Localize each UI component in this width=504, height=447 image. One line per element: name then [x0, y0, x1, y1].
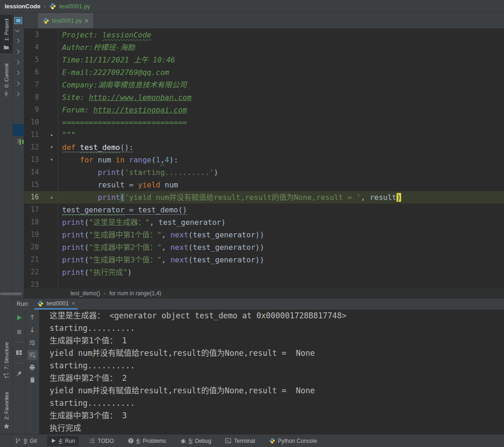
up-stack-trace-icon[interactable]: ↑: [27, 312, 38, 323]
line-number[interactable]: 7: [24, 79, 45, 91]
statusbar-item-debug[interactable]: 5: Debug: [176, 436, 215, 446]
sidebar-item-project[interactable]: 1: Project: [0, 15, 13, 53]
tree-toggle-icon[interactable]: [15, 39, 20, 43]
tree-toggle-icon[interactable]: [15, 81, 20, 86]
todo-icon: [89, 438, 95, 444]
line-number[interactable]: 17: [24, 204, 45, 216]
console-line: starting..........: [50, 397, 504, 410]
code-line[interactable]: 23: [24, 279, 504, 288]
line-number[interactable]: 11: [24, 129, 45, 141]
code-line[interactable]: 12▾def test_demo():: [24, 141, 504, 154]
tree-toggle-icon[interactable]: [15, 50, 20, 54]
scroll-to-end-icon[interactable]: [27, 350, 38, 360]
line-number[interactable]: 6: [24, 66, 45, 79]
line-number[interactable]: 3: [24, 29, 45, 41]
run-tab-test0001[interactable]: test0001 ×: [34, 298, 78, 310]
statusbar-item-run[interactable]: 4: Run: [47, 436, 79, 446]
code-line[interactable]: 18print("这里是生成器：", test_generator): [24, 216, 504, 229]
statusbar-item-problems[interactable]: 6: Problems: [124, 436, 170, 446]
code-text: def test_demo():: [58, 141, 133, 154]
line-number[interactable]: 13: [24, 154, 45, 166]
stop-button[interactable]: [14, 327, 24, 337]
line-number[interactable]: 19: [24, 229, 45, 241]
down-stack-trace-icon[interactable]: ↓: [27, 325, 38, 335]
sidebar-item-structure[interactable]: 7: Structure: [0, 338, 13, 381]
close-icon[interactable]: ×: [85, 18, 88, 24]
sidebar-item-commit[interactable]: 0: Commit: [0, 60, 13, 99]
code-line[interactable]: 6E-mail:2227092769@qq.com: [24, 66, 504, 79]
print-icon[interactable]: [27, 362, 38, 372]
code-line[interactable]: 20print("生成器中第2个值：", next(test_generator…: [24, 241, 504, 254]
breadcrumb-project[interactable]: lessionCode: [5, 3, 40, 10]
code-line[interactable]: 13▾ for num in range(1,4):: [24, 154, 504, 166]
statusbar-item-todo[interactable]: TODO: [85, 436, 117, 446]
code-line[interactable]: 5Time:11/11/2021 上午 10:46: [24, 54, 504, 66]
line-number[interactable]: 16: [24, 191, 45, 204]
project-tree-selected-row[interactable]: [13, 124, 24, 136]
pin-icon[interactable]: [14, 368, 24, 379]
line-number[interactable]: 5: [24, 54, 45, 66]
breadcrumb-file[interactable]: test0001.py: [59, 3, 90, 10]
code-line[interactable]: 8Site: http://www.lemonban.com: [24, 91, 504, 104]
line-number[interactable]: 14: [24, 166, 45, 179]
project-tree-scrollbar[interactable]: [0, 292, 22, 295]
tree-toggle-icon[interactable]: [15, 60, 20, 65]
code-line[interactable]: 17test_generator = test_demo(): [24, 204, 504, 216]
code-line[interactable]: 7Company:湖南零檬信息技术有限公司: [24, 79, 504, 91]
line-number[interactable]: 8: [24, 91, 45, 104]
code-line[interactable]: 22print("执行完成"): [24, 266, 504, 279]
fold-marker-icon[interactable]: ▴: [45, 129, 58, 141]
fold-marker-icon[interactable]: ▾: [45, 154, 58, 166]
tree-toggle-icon[interactable]: [15, 71, 20, 75]
fold-marker-icon[interactable]: ▾: [45, 141, 58, 154]
line-number[interactable]: 23: [24, 279, 45, 288]
editor-breadcrumb-bar: test_demo() › for num in range(1,4): [24, 288, 504, 298]
breadcrumb-scope[interactable]: for num in range(1,4): [109, 290, 161, 297]
run-console-output[interactable]: 这里是生成器： <generator object test_demo at 0…: [39, 310, 504, 434]
breadcrumb-scope[interactable]: test_demo(): [70, 290, 100, 297]
soft-wrap-icon[interactable]: [27, 337, 38, 348]
tree-toggle-icon[interactable]: [15, 92, 20, 97]
line-number[interactable]: 18: [24, 216, 45, 229]
fold-gutter: [45, 54, 58, 66]
code-line[interactable]: 11▴""": [24, 129, 504, 141]
tab-test0001[interactable]: test0001.py ×: [38, 13, 93, 28]
line-number[interactable]: 22: [24, 266, 45, 279]
close-icon[interactable]: ×: [71, 300, 75, 307]
code-line[interactable]: 15 result = yield num: [24, 179, 504, 191]
tree-toggle-icon[interactable]: [15, 28, 20, 32]
code-line[interactable]: 16▴ print('yield num并没有赋值给result,result的…: [24, 191, 504, 204]
run-title: Run:: [17, 301, 29, 307]
pycharm-window: lessionCode › test0001.py 1: Project0: C…: [0, 0, 504, 447]
structure-icon: [3, 373, 9, 379]
code-editor[interactable]: 3Project: lessionCode4Author:柠檬班-海励5Time…: [24, 29, 504, 288]
code-line[interactable]: 3Project: lessionCode: [24, 29, 504, 41]
code-line[interactable]: 19print("生成器中第1个值：", next(test_generator…: [24, 229, 504, 241]
statusbar-item-terminal[interactable]: Terminal: [221, 436, 258, 446]
left-toolwindow-bar: 1: Project0: Commit 7: Structure2: Favor…: [0, 13, 13, 434]
line-number[interactable]: 15: [24, 179, 45, 191]
code-line[interactable]: 10============================: [24, 116, 504, 129]
line-number[interactable]: 21: [24, 254, 45, 266]
line-number[interactable]: 20: [24, 241, 45, 254]
tree-toggle-icon[interactable]: [15, 139, 20, 144]
console-line: 生成器中第1个值： 1: [50, 335, 504, 347]
restore-layout-button[interactable]: [14, 348, 24, 358]
line-number[interactable]: 4: [24, 41, 45, 54]
chevron-right-icon: ›: [104, 290, 106, 297]
project-tree-panel[interactable]: [13, 13, 24, 298]
sidebar-item-favorites[interactable]: 2: Favorites: [0, 388, 13, 432]
line-number[interactable]: 10: [24, 116, 45, 129]
fold-marker-icon[interactable]: ▴: [45, 191, 58, 204]
code-line[interactable]: 21print("生成器中第3个值：", next(test_generator…: [24, 254, 504, 266]
clear-console-icon[interactable]: [27, 375, 38, 385]
rerun-button[interactable]: [14, 312, 24, 323]
code-line[interactable]: 14 print('starting..........'): [24, 166, 504, 179]
line-number[interactable]: 9: [24, 104, 45, 116]
line-number[interactable]: 12: [24, 141, 45, 154]
code-line[interactable]: 9Forum: http://testingpai.com: [24, 104, 504, 116]
code-line[interactable]: 4Author:柠檬班-海励: [24, 41, 504, 54]
fold-gutter: [45, 241, 58, 254]
statusbar-item-python-console[interactable]: Python Console: [265, 436, 321, 446]
statusbar-item-git[interactable]: 9: Git: [11, 436, 41, 446]
